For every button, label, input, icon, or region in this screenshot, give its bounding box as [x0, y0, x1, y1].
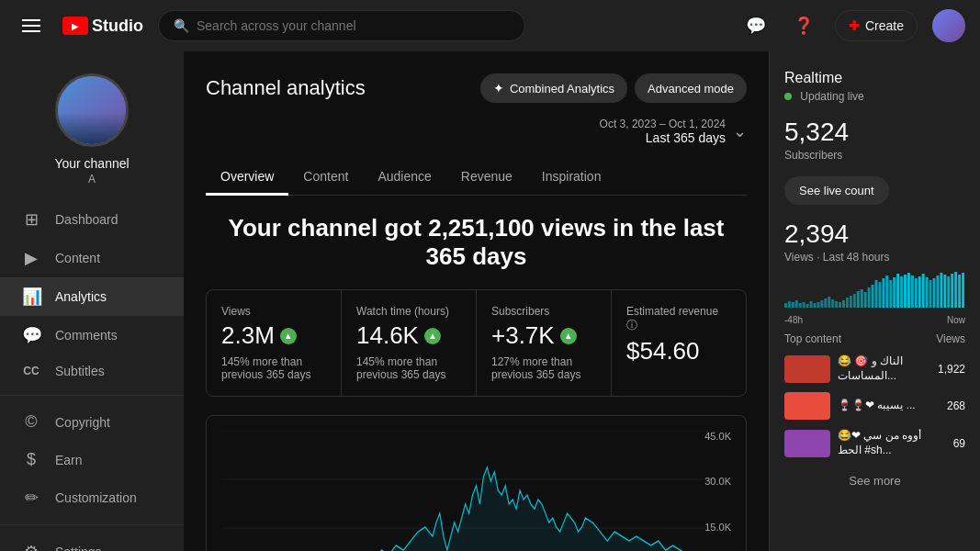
advanced-mode-button[interactable]: Advanced mode	[635, 73, 747, 103]
sidebar-divider-1	[0, 395, 184, 396]
stat-revenue-value: $54.60	[626, 337, 731, 365]
subtitles-icon: CC	[22, 365, 40, 377]
sidebar-item-analytics[interactable]: 📊 Analytics	[0, 277, 184, 316]
svg-rect-37	[900, 276, 903, 308]
svg-rect-35	[893, 277, 896, 308]
svg-rect-49	[943, 275, 946, 308]
date-range[interactable]: Oct 3, 2023 – Oct 1, 2024 Last 365 days …	[206, 118, 747, 145]
sidebar-item-settings[interactable]: ⚙ Settings	[0, 533, 184, 551]
svg-rect-23	[850, 296, 852, 308]
youtube-icon	[62, 17, 88, 35]
svg-rect-5	[784, 303, 787, 308]
content-thumb-1	[784, 355, 830, 383]
sidebar-nav: ⊞ Dashboard ▶ Content 📊 Analytics 💬 Comm…	[0, 200, 184, 551]
sidebar-item-earn[interactable]: $ Earn	[0, 441, 184, 478]
live-text: Updating live	[784, 90, 965, 103]
comments-icon: 💬	[22, 325, 40, 345]
svg-rect-27	[864, 292, 867, 308]
copyright-icon: ©	[22, 412, 40, 432]
stat-watchtime-label: Watch time (hours)	[356, 305, 461, 318]
tab-audience[interactable]: Audience	[363, 160, 445, 196]
svg-rect-17	[828, 297, 830, 308]
channel-avatar-image	[58, 76, 126, 144]
stat-subscribers-value: +3.7K ▲	[491, 321, 596, 350]
svg-marker-4	[221, 467, 716, 551]
svg-rect-14	[817, 302, 819, 308]
nav-left: Studio	[15, 9, 143, 42]
top-nav: Studio 🔍 💬 ❓ ✚ Create	[0, 0, 980, 51]
sidebar-item-subtitles[interactable]: CC Subtitles	[0, 354, 184, 388]
hamburger-button[interactable]	[15, 9, 48, 42]
svg-rect-25	[857, 291, 860, 308]
sidebar-item-dashboard[interactable]: ⊞ Dashboard	[0, 200, 184, 239]
stats-row: Views 2.3M ▲ 145% more than previous 365…	[206, 289, 747, 397]
svg-rect-41	[915, 278, 918, 308]
stat-watchtime-value: 14.6K ▲	[356, 321, 461, 350]
svg-rect-8	[795, 300, 798, 308]
stat-revenue-label: Estimated revenue ⓘ	[626, 305, 731, 333]
svg-rect-13	[814, 303, 817, 308]
tab-inspiration[interactable]: Inspiration	[527, 160, 616, 196]
date-range-label: Last 365 days	[600, 130, 726, 145]
chart-container: 45.0K 30.0K 15.0K 0 1D 7D 28D	[206, 415, 747, 551]
analytics-header: Channel analytics ✦ Combined Analytics A…	[206, 73, 747, 103]
create-button[interactable]: ✚ Create	[835, 10, 918, 41]
info-icon[interactable]: ⓘ	[626, 319, 637, 332]
sidebar: Your channel A ⊞ Dashboard ▶ Content 📊 A…	[0, 51, 184, 551]
content-thumb-3	[784, 430, 830, 457]
tab-content[interactable]: Content	[288, 160, 363, 196]
stat-views-change: 145% more than previous 365 days	[221, 355, 326, 381]
help-icon-button[interactable]: ❓	[787, 9, 820, 42]
nav-right: 💬 ❓ ✚ Create	[739, 9, 965, 42]
svg-rect-45	[929, 280, 932, 308]
svg-rect-28	[868, 287, 871, 308]
sidebar-item-copyright[interactable]: © Copyright	[0, 403, 184, 441]
tab-revenue[interactable]: Revenue	[446, 160, 527, 196]
combined-analytics-button[interactable]: ✦ Combined Analytics	[480, 73, 627, 103]
content-views-2: 268	[947, 399, 965, 412]
search-input[interactable]	[197, 18, 510, 33]
content-icon: ▶	[22, 248, 40, 268]
sidebar-label-dashboard: Dashboard	[55, 212, 118, 227]
chevron-down-icon: ⌄	[733, 121, 747, 141]
combined-icon: ✦	[493, 81, 504, 96]
search-bar[interactable]: 🔍	[158, 10, 525, 41]
mini-chart-labels: -48h Now	[784, 315, 965, 325]
chart-svg	[221, 431, 731, 551]
svg-rect-10	[803, 302, 805, 308]
header-buttons: ✦ Combined Analytics Advanced mode	[480, 73, 747, 103]
content-views-3: 69	[953, 437, 965, 450]
sidebar-label-comments: Comments	[55, 328, 118, 343]
avatar[interactable]	[932, 9, 965, 42]
analytics-icon: 📊	[22, 287, 40, 307]
realtime-panel: Realtime Updating live 5,324 Subscribers…	[769, 51, 980, 551]
svg-rect-22	[846, 298, 849, 308]
svg-rect-7	[792, 302, 794, 308]
sidebar-item-content[interactable]: ▶ Content	[0, 239, 184, 277]
earn-icon: $	[22, 450, 40, 469]
svg-rect-44	[926, 277, 929, 308]
svg-rect-19	[835, 301, 838, 308]
top-content-item-3: 😂❤ أووه من سي الحط #sh... 69	[784, 429, 965, 457]
message-icon-button[interactable]: 💬	[739, 9, 772, 42]
content-views-1: 1,922	[938, 363, 965, 376]
sidebar-divider-2	[0, 524, 184, 525]
content-title-2: 🍷🍷❤ يسيبه ...	[838, 399, 940, 413]
tab-overview[interactable]: Overview	[206, 160, 288, 196]
svg-rect-36	[896, 274, 899, 308]
see-live-count-button[interactable]: See live count	[784, 176, 889, 205]
avatar-image	[932, 9, 965, 42]
sidebar-label-subtitles: Subtitles	[55, 364, 105, 378]
svg-rect-12	[810, 301, 813, 308]
sidebar-item-comments[interactable]: 💬 Comments	[0, 316, 184, 354]
tabs: Overview Content Audience Revenue Inspir…	[206, 160, 747, 196]
sidebar-item-customization[interactable]: ✏ Customization	[0, 478, 184, 517]
svg-rect-31	[878, 282, 881, 308]
live-dot	[784, 93, 792, 100]
realtime-views-count: 2,394	[784, 219, 965, 249]
svg-rect-39	[907, 273, 910, 308]
content-area: Channel analytics ✦ Combined Analytics A…	[184, 51, 769, 551]
realtime-see-more-button[interactable]: See more	[784, 467, 965, 495]
top-content-item-2: 🍷🍷❤ يسيبه ... 268	[784, 392, 965, 420]
channel-avatar[interactable]	[55, 73, 129, 147]
